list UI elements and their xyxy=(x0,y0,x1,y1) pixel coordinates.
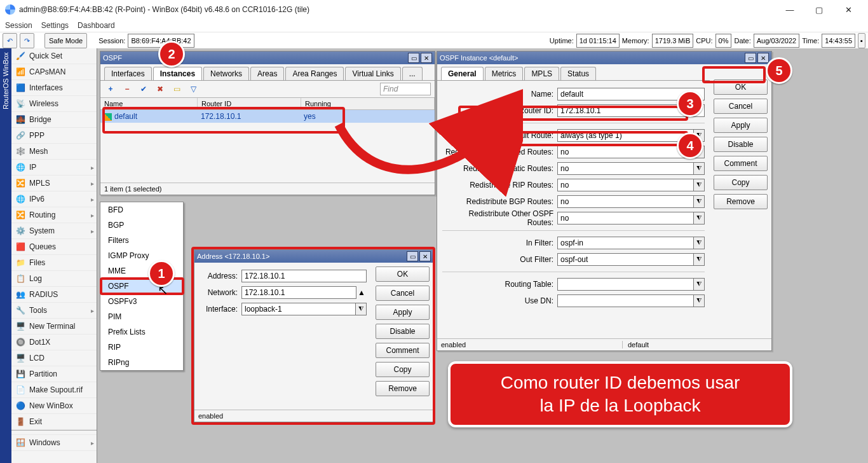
sidebar-item-files[interactable]: 📁Files xyxy=(11,255,97,271)
sidebar-item-ppp[interactable]: 🔗PPP xyxy=(11,128,97,144)
sidebar-item-partition[interactable]: 💾Partition xyxy=(11,366,97,382)
sidebar-item-make-supout.rif[interactable]: 📄Make Supout.rif xyxy=(11,382,97,398)
network-input[interactable]: 172.18.10.1 xyxy=(241,286,356,299)
address-ok-button[interactable]: OK xyxy=(376,266,430,282)
in-filter-select[interactable]: ospf-in⧨ xyxy=(557,237,705,249)
chevron-down-icon[interactable]: ⧨ xyxy=(693,279,704,290)
sidebar-item-routing[interactable]: 🔀Routing▸ xyxy=(11,207,97,223)
tab-more[interactable]: ... xyxy=(402,67,423,80)
toolbar-toggle-button[interactable]: ▪ xyxy=(858,33,865,48)
sidebar-item-log[interactable]: 📋Log xyxy=(11,271,97,287)
chevron-down-icon[interactable]: ⧨ xyxy=(693,163,704,174)
address-input[interactable]: 172.18.10.1 xyxy=(241,270,367,282)
chevron-down-icon[interactable]: ⧨ xyxy=(693,254,704,265)
instance-copy-button[interactable]: Copy xyxy=(714,175,768,190)
tab-interfaces[interactable]: Interfaces xyxy=(104,67,152,80)
remove-button[interactable]: − xyxy=(121,83,133,95)
tab-areas[interactable]: Areas xyxy=(250,67,284,80)
menu-dashboard[interactable]: Dashboard xyxy=(78,21,115,30)
submenu-item-ospfv3[interactable]: OSPFv3 xyxy=(100,294,183,309)
address-copy-button[interactable]: Copy xyxy=(376,362,430,377)
sidebar-item-windows[interactable]: 🪟Windows▸ xyxy=(11,435,97,451)
close-icon[interactable]: ✕ xyxy=(757,53,769,63)
sidebar-item-mesh[interactable]: 🕸️Mesh xyxy=(11,144,97,160)
sidebar-item-bridge[interactable]: 🌉Bridge xyxy=(11,112,97,128)
tab-mpls[interactable]: MPLS xyxy=(524,67,559,80)
restore-icon[interactable]: ▭ xyxy=(408,53,419,63)
tab-general[interactable]: General xyxy=(441,67,484,80)
submenu-item-filters[interactable]: Filters xyxy=(100,233,183,248)
add-button[interactable]: + xyxy=(104,83,117,95)
col-name[interactable]: Name xyxy=(100,98,198,109)
chevron-down-icon[interactable]: ⧨ xyxy=(355,303,366,315)
tab-networks[interactable]: Networks xyxy=(203,67,249,80)
address-cancel-button[interactable]: Cancel xyxy=(376,286,430,301)
tab-status[interactable]: Status xyxy=(560,67,596,80)
submenu-item-bgp[interactable]: BGP xyxy=(100,218,183,233)
sidebar-item-quick-set[interactable]: 🖌️Quick Set xyxy=(11,48,97,64)
instance-window-titlebar[interactable]: OSPF Instance <default> ▭ ✕ xyxy=(437,52,771,64)
ospf-window-titlebar[interactable]: OSPF ▭ ✕ xyxy=(100,52,435,64)
submenu-item-bfd[interactable]: BFD xyxy=(100,202,183,218)
comment-button[interactable]: ▭ xyxy=(170,83,183,95)
collapse-icon[interactable]: ▲ xyxy=(356,288,367,297)
tab-area-ranges[interactable]: Area Ranges xyxy=(285,67,344,80)
ospf-row-default[interactable]: default 172.18.10.1 yes xyxy=(100,110,435,123)
chevron-down-icon[interactable]: ⧨ xyxy=(693,196,704,207)
out-filter-select[interactable]: ospf-out⧨ xyxy=(557,253,705,266)
undo-button[interactable]: ↶ xyxy=(3,33,17,48)
close-icon[interactable]: ✕ xyxy=(421,53,432,63)
restore-icon[interactable]: ▭ xyxy=(745,53,756,63)
sidebar-item-new-winbox[interactable]: 🔵New WinBox xyxy=(11,398,97,414)
enable-button[interactable]: ✔ xyxy=(137,83,150,95)
tab-metrics[interactable]: Metrics xyxy=(485,67,524,80)
chevron-down-icon[interactable]: ⧨ xyxy=(693,237,704,249)
submenu-item-igmp-proxy[interactable]: IGMP Proxy xyxy=(100,248,183,263)
sidebar-item-exit[interactable]: 🚪Exit xyxy=(11,414,97,430)
redist-other-select[interactable]: no⧨ xyxy=(557,212,705,225)
address-remove-button[interactable]: Remove xyxy=(376,381,430,396)
submenu-item-rip[interactable]: RIP xyxy=(100,340,183,355)
redist-bgp-select[interactable]: no⧨ xyxy=(557,195,705,208)
address-comment-button[interactable]: Comment xyxy=(376,343,430,358)
instance-comment-button[interactable]: Comment xyxy=(714,156,768,171)
sidebar-item-radius[interactable]: 👥RADIUS xyxy=(11,287,97,303)
sidebar-item-dot1x[interactable]: 🔘Dot1X xyxy=(11,335,97,350)
redist-static-select[interactable]: no⧨ xyxy=(557,162,705,175)
sidebar-item-mpls[interactable]: 🔀MPLS▸ xyxy=(11,176,97,191)
address-apply-button[interactable]: Apply xyxy=(376,305,430,320)
col-running[interactable]: Running xyxy=(301,98,435,109)
sidebar-item-ipv6[interactable]: 🌐IPv6▸ xyxy=(11,191,97,207)
col-router-id[interactable]: Router ID xyxy=(198,98,301,109)
minimize-button[interactable]: — xyxy=(775,0,804,19)
chevron-down-icon[interactable]: ⧨ xyxy=(693,179,704,191)
instance-cancel-button[interactable]: Cancel xyxy=(714,99,768,114)
redo-button[interactable]: ↷ xyxy=(20,33,34,48)
redist-rip-select[interactable]: no⧨ xyxy=(557,179,705,191)
sidebar-item-system[interactable]: ⚙️System▸ xyxy=(11,223,97,239)
sidebar-item-interfaces[interactable]: 🟦Interfaces xyxy=(11,80,97,96)
find-input[interactable]: Find xyxy=(380,83,431,95)
close-button[interactable]: ✕ xyxy=(834,0,863,19)
close-icon[interactable]: ✕ xyxy=(419,251,431,261)
sidebar-item-wireless[interactable]: 📡Wireless xyxy=(11,96,97,112)
maximize-button[interactable]: ▢ xyxy=(804,0,834,19)
tab-virtual-links[interactable]: Virtual Links xyxy=(345,67,400,80)
submenu-item-prefix-lists[interactable]: Prefix Lists xyxy=(100,324,183,340)
sidebar-item-capsman[interactable]: 📶CAPsMAN xyxy=(11,64,97,80)
instance-apply-button[interactable]: Apply xyxy=(714,118,768,133)
use-dn-select[interactable]: ⧨ xyxy=(557,294,705,307)
chevron-down-icon[interactable]: ⧨ xyxy=(693,295,704,307)
menu-session[interactable]: Session xyxy=(5,21,32,30)
sidebar-item-lcd[interactable]: 🖥️LCD xyxy=(11,350,97,366)
sidebar-item-ip[interactable]: 🌐IP▸ xyxy=(11,160,97,176)
sidebar-item-tools[interactable]: 🔧Tools▸ xyxy=(11,303,97,319)
submenu-item-ripng[interactable]: RIPng xyxy=(100,355,183,370)
instance-disable-button[interactable]: Disable xyxy=(714,137,768,152)
tab-instances[interactable]: Instances xyxy=(153,67,202,80)
safe-mode-button[interactable]: Safe Mode xyxy=(44,33,87,48)
sidebar-item-new-terminal[interactable]: 🖥️New Terminal xyxy=(11,319,97,335)
address-disable-button[interactable]: Disable xyxy=(376,324,430,339)
sidebar-item-queues[interactable]: 🟥Queues xyxy=(11,239,97,255)
disable-button[interactable]: ✖ xyxy=(154,83,166,95)
